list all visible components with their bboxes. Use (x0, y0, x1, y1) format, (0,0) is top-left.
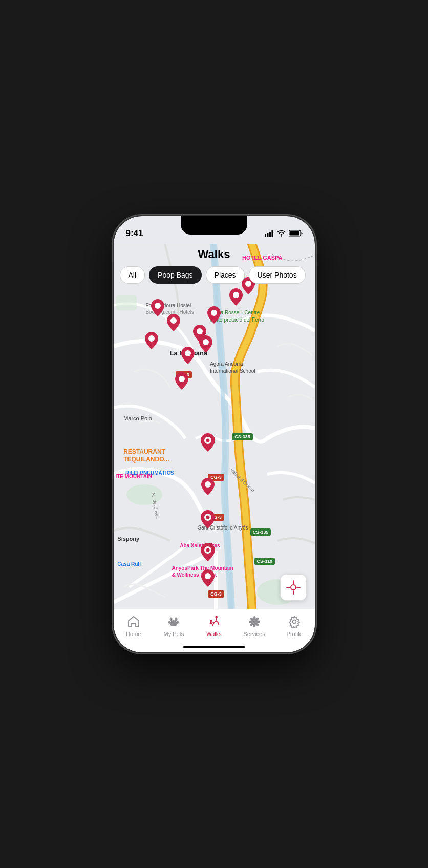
svg-rect-6 (289, 231, 299, 236)
tab-services-label: Services (243, 631, 265, 637)
svg-point-22 (206, 438, 210, 442)
svg-point-38 (215, 616, 218, 618)
badge-cg3-4: CG-3 (208, 590, 224, 598)
tab-walks[interactable]: Walks (194, 615, 234, 637)
gear-icon (287, 615, 302, 629)
map-area[interactable]: La Massana Marco Polo RESTAURANTTEQUILAN… (114, 244, 315, 609)
paw-icon (166, 615, 181, 629)
map-pin-10[interactable] (175, 372, 188, 390)
filter-all[interactable]: All (120, 266, 145, 284)
status-time: 9:41 (126, 228, 143, 239)
svg-point-49 (293, 620, 296, 623)
signal-icon (265, 230, 274, 237)
home-icon (126, 615, 141, 629)
svg-rect-0 (265, 234, 266, 237)
svg-point-34 (170, 617, 173, 621)
filter-places[interactable]: Places (206, 266, 245, 284)
notch (181, 216, 247, 235)
svg-point-25 (206, 515, 210, 519)
dog-walk-icon (207, 615, 221, 629)
svg-point-12 (170, 317, 177, 324)
svg-rect-2 (269, 232, 271, 237)
map-pin-2[interactable] (167, 314, 180, 331)
map-pin-15[interactable] (201, 569, 215, 587)
filter-user-photos[interactable]: User Photos (249, 266, 306, 284)
svg-point-13 (148, 335, 155, 342)
map-pin-1[interactable] (151, 299, 164, 316)
map-pin-9[interactable] (199, 335, 212, 353)
map-pin-6[interactable] (229, 288, 243, 306)
map-pin-5[interactable] (207, 306, 221, 324)
wifi-icon (277, 230, 286, 237)
status-icons (265, 230, 303, 237)
map-pin-11[interactable] (201, 433, 215, 452)
tab-my-pets-label: My Pets (164, 631, 184, 637)
badge-cs335-1: CS-335 (232, 433, 253, 440)
badge-cs335-2: CS-335 (250, 528, 271, 536)
tab-home-label: Home (126, 631, 141, 637)
tab-services[interactable]: Services (234, 615, 274, 637)
map-background: La Massana Marco Polo RESTAURANTTEQUILAN… (114, 244, 315, 609)
map-pin-8[interactable] (181, 347, 195, 364)
header-overlay: Walks All Poop Bags Places User Photos (114, 244, 315, 284)
svg-point-35 (175, 617, 178, 621)
svg-point-23 (205, 481, 211, 488)
tab-walks-label: Walks (206, 631, 222, 637)
map-pin-3[interactable] (145, 332, 158, 349)
location-button[interactable] (280, 574, 307, 601)
home-indicator (183, 646, 245, 648)
page-title: Walks (114, 248, 315, 261)
svg-point-8 (126, 484, 162, 505)
tab-home[interactable]: Home (114, 615, 154, 637)
svg-point-11 (155, 303, 161, 309)
svg-point-18 (185, 350, 191, 356)
svg-point-19 (203, 339, 209, 345)
svg-point-27 (206, 548, 210, 552)
filter-bar: All Poop Bags Places User Photos (114, 266, 315, 284)
svg-point-29 (291, 585, 296, 590)
badge-cs310: CS-310 (254, 558, 275, 565)
svg-point-4 (281, 235, 282, 236)
svg-point-15 (211, 310, 217, 316)
map-pin-13[interactable] (201, 510, 215, 528)
map-pin-14[interactable] (201, 543, 215, 561)
svg-point-28 (205, 573, 211, 579)
battery-icon (289, 230, 303, 237)
filter-poop-bags[interactable]: Poop Bags (149, 266, 202, 284)
flower-icon (247, 615, 262, 629)
tab-my-pets[interactable]: My Pets (154, 615, 194, 637)
svg-point-14 (197, 328, 203, 334)
svg-point-20 (179, 376, 185, 382)
map-pin-12[interactable] (201, 478, 215, 495)
phone-frame: 9:41 (114, 216, 315, 652)
phone-screen: 9:41 (114, 216, 315, 652)
svg-rect-10 (116, 295, 137, 310)
tab-profile-label: Profile (287, 631, 303, 637)
tab-profile[interactable]: Profile (274, 615, 315, 637)
svg-point-16 (233, 292, 239, 298)
svg-rect-3 (271, 230, 273, 237)
svg-rect-1 (267, 233, 268, 237)
